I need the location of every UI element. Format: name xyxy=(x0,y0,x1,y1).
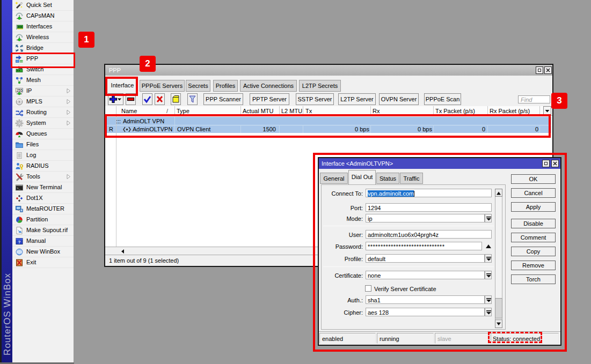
svg-text:?: ? xyxy=(18,240,21,244)
svg-text:>_: >_ xyxy=(17,187,21,190)
svg-text:255: 255 xyxy=(17,88,23,92)
